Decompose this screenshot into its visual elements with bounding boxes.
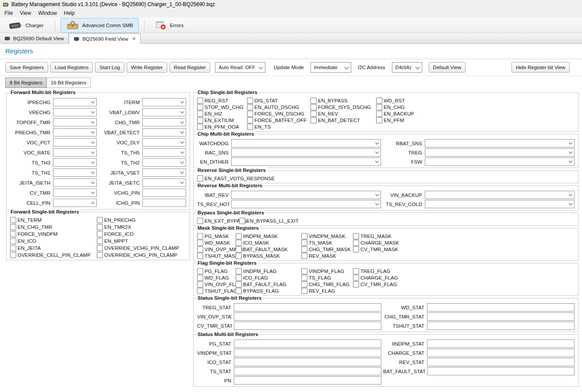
register-checkbox-item[interactable]: IINDPM_MASK — [236, 233, 301, 239]
checkbox[interactable] — [10, 231, 16, 237]
register-field[interactable] — [142, 168, 186, 177]
register-field[interactable] — [53, 118, 97, 126]
register-field[interactable] — [427, 358, 575, 366]
register-field[interactable] — [234, 312, 381, 321]
checkbox[interactable] — [97, 224, 103, 230]
checkbox[interactable] — [97, 252, 103, 258]
register-field[interactable] — [53, 158, 97, 167]
hide-register-bit-view-button[interactable]: Hide Register bit View — [511, 62, 570, 73]
register-field[interactable] — [234, 358, 381, 366]
checkbox[interactable] — [197, 253, 203, 259]
checkbox[interactable] — [236, 253, 242, 259]
checkbox[interactable] — [197, 246, 203, 252]
register-checkbox-item[interactable]: BAT_FAULT_MASK — [236, 246, 301, 252]
checkbox[interactable] — [10, 224, 16, 230]
register-checkbox-item[interactable]: FORCE_ICO — [97, 231, 186, 238]
register-checkbox-item[interactable]: WD_MASK — [197, 239, 236, 246]
register-checkbox-item[interactable]: OVERRIDE_ICHG_PIN_CLAMP — [97, 252, 186, 259]
register-field[interactable] — [142, 128, 186, 136]
tab-16-bit-registers[interactable]: 16 Bit Registers — [47, 77, 91, 88]
register-field[interactable] — [142, 118, 186, 126]
checkbox[interactable] — [236, 240, 242, 246]
checkbox[interactable] — [197, 281, 203, 287]
register-checkbox-item[interactable]: EN_JEITA — [10, 245, 97, 252]
register-checkbox-item[interactable]: VIN_OVP_MASK — [197, 246, 236, 252]
register-field[interactable] — [425, 191, 575, 199]
register-field[interactable] — [231, 139, 381, 147]
checkbox[interactable] — [247, 124, 253, 130]
register-checkbox-item[interactable]: WD_RST — [376, 97, 575, 104]
register-checkbox-item[interactable]: OVERRIDE_VCHG_PIN_CLAMP — [97, 245, 186, 252]
i2c-address-select[interactable]: D4(6A) — [392, 62, 422, 73]
checkbox[interactable] — [10, 252, 16, 258]
checkbox[interactable] — [197, 98, 203, 104]
checkbox[interactable] — [376, 98, 382, 104]
checkbox[interactable] — [353, 268, 359, 274]
checkbox[interactable] — [353, 240, 359, 246]
register-field[interactable] — [231, 148, 381, 157]
register-checkbox-item[interactable]: BYPASS_MASK — [236, 252, 301, 259]
checkbox[interactable] — [301, 288, 307, 294]
checkbox[interactable] — [197, 175, 203, 182]
register-field[interactable] — [53, 98, 97, 106]
register-checkbox-item[interactable]: REV_MASK — [301, 252, 353, 259]
register-checkbox-item[interactable]: CV_TMR_FLAG — [353, 281, 575, 287]
register-checkbox-item[interactable]: FORCE_BATFET_OFF — [247, 117, 310, 123]
checkbox[interactable] — [236, 275, 242, 281]
save-registers-button[interactable]: Save Registers — [5, 62, 48, 73]
register-checkbox-item[interactable]: CHARGE_FLAG — [353, 274, 575, 281]
register-checkbox-item[interactable]: PG_FLAG — [197, 268, 236, 274]
checkbox[interactable] — [353, 246, 359, 252]
checkbox[interactable] — [310, 104, 317, 110]
checkbox[interactable] — [197, 111, 203, 117]
register-checkbox-item[interactable]: PG_MASK — [197, 233, 236, 239]
checkbox[interactable] — [247, 117, 253, 123]
checkbox[interactable] — [236, 246, 242, 252]
register-field[interactable] — [142, 158, 186, 167]
register-checkbox-item[interactable]: STOP_WD_CHG — [197, 104, 247, 110]
register-checkbox-item[interactable]: CHG_TMR_FLAG — [301, 281, 353, 287]
menu-item[interactable]: View — [16, 8, 35, 18]
checkbox[interactable] — [10, 238, 16, 244]
checkbox[interactable] — [236, 233, 242, 239]
default-view-button[interactable]: Default View — [429, 62, 466, 73]
register-checkbox-item[interactable]: VIN_OVP_FLAG — [197, 281, 236, 287]
register-field[interactable] — [53, 199, 97, 207]
register-checkbox-item[interactable]: EN_BYPASS — [310, 97, 376, 104]
register-checkbox-item[interactable]: ICO_MASK — [236, 239, 301, 246]
register-checkbox-item[interactable]: EN_MPPT — [97, 238, 186, 245]
tab-bq25690-field-view[interactable]: BQ25690 Field View ✕ — [69, 33, 141, 44]
checkbox[interactable] — [247, 104, 253, 110]
register-checkbox-item[interactable]: FORCE_ISYS_DSCHG — [310, 104, 376, 110]
register-checkbox-item[interactable]: ICO_FLAG — [236, 274, 301, 281]
checkbox[interactable] — [197, 233, 203, 239]
register-checkbox-item[interactable]: EN_REV — [310, 110, 376, 117]
register-field[interactable] — [427, 303, 575, 312]
register-checkbox-item[interactable]: EN_PFM — [376, 117, 575, 123]
checkbox[interactable] — [239, 218, 245, 224]
checkbox[interactable] — [301, 240, 307, 246]
register-checkbox-item[interactable]: REV_FLAG — [301, 287, 353, 294]
checkbox[interactable] — [353, 275, 359, 281]
register-field[interactable] — [142, 98, 186, 106]
register-checkbox-item[interactable]: REG_RST — [197, 97, 247, 104]
register-checkbox-item[interactable]: OVERRIDE_CELL_PIN_CLAMP — [10, 252, 97, 259]
checkbox[interactable] — [197, 117, 203, 123]
checkbox[interactable] — [301, 253, 307, 259]
auto-read-select[interactable]: Auto Read: OFF — [215, 62, 265, 73]
checkbox[interactable] — [197, 124, 203, 130]
checkbox[interactable] — [376, 104, 382, 110]
checkbox[interactable] — [236, 281, 242, 287]
register-field[interactable] — [53, 128, 97, 136]
tab-bq25690-default-view[interactable]: BQ25690 Default View — [0, 33, 69, 43]
menu-item[interactable]: File — [1, 8, 16, 18]
register-field[interactable] — [234, 340, 381, 348]
start-log-button[interactable]: Start Log — [95, 62, 124, 73]
register-checkbox-item[interactable]: TSHUT_MASK — [197, 252, 236, 259]
register-checkbox-item[interactable]: EN_BYPASS_LL_EXIT — [239, 217, 575, 224]
checkbox[interactable] — [301, 246, 307, 252]
register-field[interactable] — [425, 200, 575, 208]
register-checkbox-item[interactable]: EN_BACKUP — [376, 110, 575, 117]
register-checkbox-item[interactable]: EN_FAST_VOTG_RESPONSE — [197, 175, 575, 182]
register-field[interactable] — [427, 349, 575, 357]
